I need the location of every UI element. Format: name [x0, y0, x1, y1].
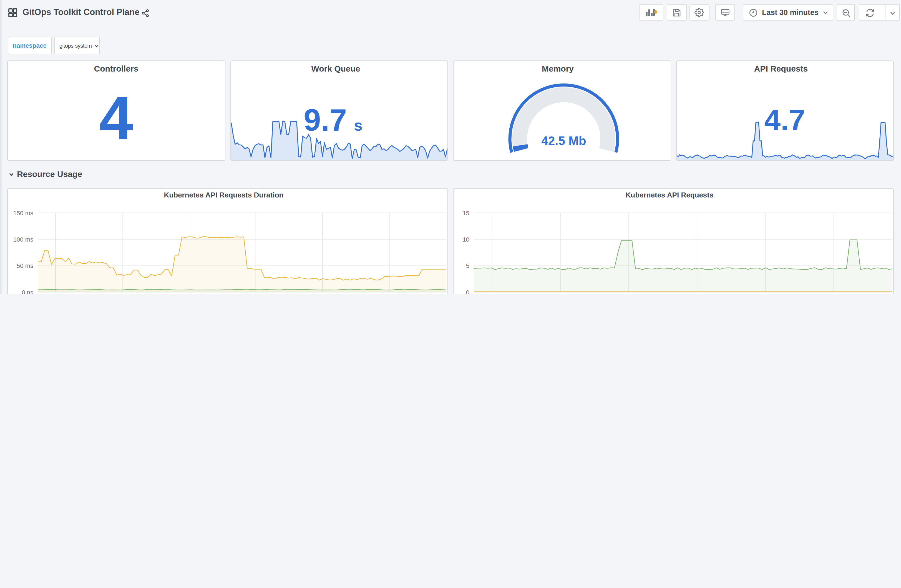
svg-text:10: 10 — [463, 236, 469, 243]
svg-text:15: 15 — [463, 210, 469, 216]
svg-text:0: 0 — [466, 289, 469, 294]
svg-text:4: 4 — [99, 84, 133, 152]
svg-text:5: 5 — [466, 263, 469, 269]
svg-text:150 ms: 150 ms — [13, 210, 33, 216]
svg-text:50 ms: 50 ms — [17, 263, 33, 269]
svg-text:4.7: 4.7 — [764, 104, 805, 137]
svg-text:9.7 s: 9.7 s — [303, 103, 362, 137]
svg-text:0 ns: 0 ns — [22, 289, 33, 294]
svg-text:42.5 Mb: 42.5 Mb — [541, 134, 586, 148]
svg-text:100 ms: 100 ms — [13, 236, 33, 243]
